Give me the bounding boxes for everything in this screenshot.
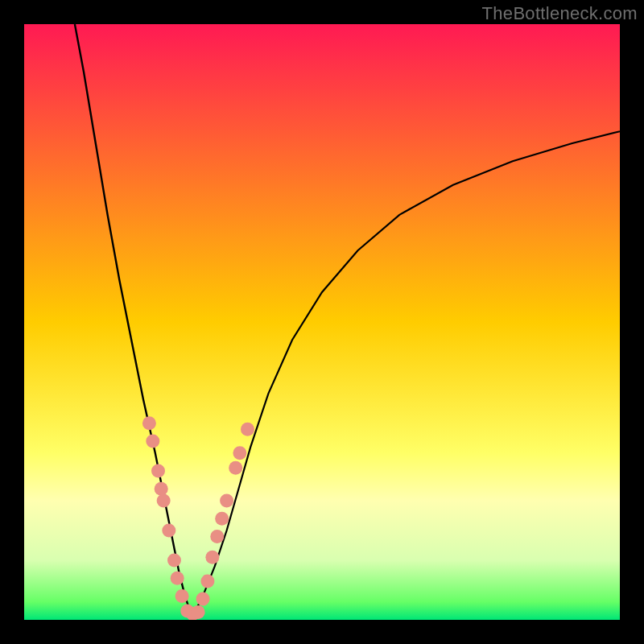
- marker-dot: [210, 530, 224, 543]
- marker-dot: [142, 416, 156, 430]
- marker-dot: [167, 554, 181, 568]
- marker-dot: [157, 494, 171, 508]
- marker-dot: [215, 512, 229, 526]
- marker-dot: [220, 494, 233, 508]
- marker-dot: [233, 446, 246, 460]
- marker-dot: [155, 482, 168, 496]
- chart-svg: [24, 24, 620, 620]
- outer-frame: TheBottleneck.com: [0, 0, 644, 644]
- marker-dot: [196, 592, 210, 606]
- marker-dot: [192, 605, 205, 619]
- marker-dot: [175, 589, 189, 603]
- gradient-background: [24, 24, 620, 620]
- marker-dot: [241, 423, 254, 436]
- marker-dot: [151, 464, 165, 478]
- chart-area: [24, 24, 620, 620]
- marker-dot: [205, 551, 219, 564]
- marker-dot: [229, 461, 242, 475]
- marker-dot: [200, 574, 214, 588]
- marker-dot: [146, 435, 159, 448]
- marker-dot: [162, 524, 175, 538]
- marker-dot: [171, 572, 184, 585]
- watermark-label: TheBottleneck.com: [482, 3, 638, 24]
